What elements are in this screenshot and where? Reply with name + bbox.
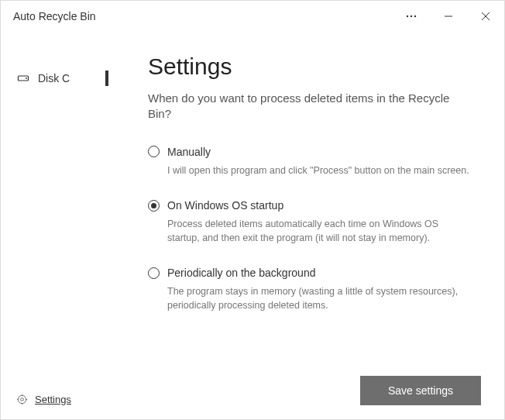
drive-icon — [16, 72, 30, 84]
sidebar-spacer — [1, 91, 113, 384]
minimize-button[interactable] — [430, 1, 467, 32]
svg-point-7 — [26, 77, 27, 79]
radio-periodically[interactable]: Periodically on the background — [148, 267, 481, 279]
sidebar-item-label: Disk C — [38, 72, 70, 84]
option-desc: The program stays in memory (wasting a l… — [167, 285, 469, 312]
page-title: Settings — [148, 53, 481, 80]
svg-point-8 — [18, 395, 26, 403]
radio-on-startup[interactable]: On Windows OS startup — [148, 199, 481, 212]
window-controls — [393, 1, 504, 32]
option-label: On Windows OS startup — [167, 199, 283, 212]
option-label: Manually — [167, 146, 211, 158]
sidebar-settings-link[interactable]: Settings — [1, 384, 113, 419]
radio-icon — [148, 200, 160, 212]
option-label: Periodically on the background — [167, 267, 315, 279]
body: Disk C Settings Settings When do you wan… — [1, 32, 504, 419]
sidebar-item-disk-c[interactable]: Disk C — [1, 66, 113, 91]
option-desc: Process deleted items automatically each… — [167, 218, 469, 245]
sidebar-settings-label: Settings — [35, 394, 71, 405]
option-desc: I will open this program and click "Proc… — [167, 164, 469, 178]
radio-manually[interactable]: Manually — [148, 146, 481, 158]
svg-point-9 — [20, 398, 23, 401]
close-icon — [481, 12, 490, 21]
option-on-startup: On Windows OS startup Process deleted it… — [148, 199, 481, 245]
svg-point-0 — [407, 15, 408, 17]
content: Settings When do you want to process del… — [113, 32, 504, 419]
footer: Save settings — [148, 363, 481, 405]
window-title: Auto Recycle Bin — [13, 10, 393, 22]
titlebar: Auto Recycle Bin — [1, 1, 504, 32]
svg-point-2 — [414, 15, 416, 17]
more-icon — [406, 11, 417, 22]
radio-icon — [148, 267, 160, 279]
radio-icon — [148, 146, 160, 157]
svg-point-1 — [411, 15, 412, 17]
close-button[interactable] — [467, 1, 504, 32]
gear-icon — [15, 394, 29, 405]
option-manually: Manually I will open this program and cl… — [148, 146, 481, 178]
more-button[interactable] — [393, 1, 430, 32]
minimize-icon — [444, 12, 453, 21]
save-settings-button[interactable]: Save settings — [360, 376, 481, 405]
options-group: Manually I will open this program and cl… — [148, 146, 481, 313]
sidebar: Disk C Settings — [1, 32, 113, 419]
page-subtitle: When do you want to process deleted item… — [148, 91, 465, 122]
option-periodically: Periodically on the background The progr… — [148, 267, 481, 312]
